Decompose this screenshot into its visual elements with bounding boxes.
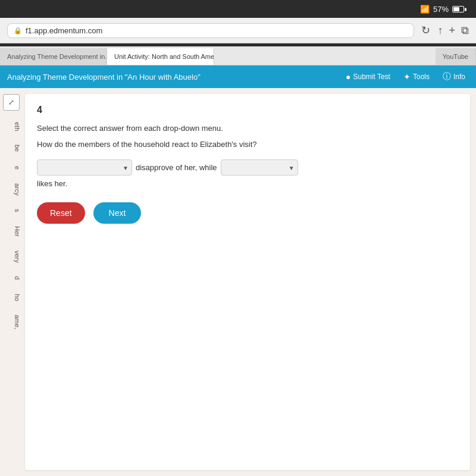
sidebar-text-s: s	[3, 206, 22, 215]
sidebar-text-ame: ame,	[3, 312, 22, 331]
question-panel: 4 Select the correct answer from each dr…	[25, 94, 470, 470]
question-text: How do the members of the household reac…	[37, 140, 458, 149]
info-button[interactable]: ⓘ Info	[439, 70, 469, 83]
sidebar-text-e: e	[3, 164, 22, 172]
sidebar-text-her: Her	[3, 224, 22, 239]
reset-button[interactable]: Reset	[37, 202, 85, 224]
dropdown-wrapper-1: ▼	[37, 159, 132, 176]
browser-chrome: 🔒 f1.app.edmentum.com ↻ ↑ + ⧉	[0, 18, 476, 43]
address-text: f1.app.edmentum.com	[26, 26, 102, 35]
new-tab-button[interactable]: +	[449, 24, 455, 37]
app-title: Analyzing Theme Development in "An Hour …	[7, 73, 336, 82]
sidebar-text-arcy: arcy	[3, 181, 22, 198]
content-area: ⤢ eth be e arcy s Her very d ho ame, 4 S…	[0, 88, 476, 476]
dropdown-row: ▼ disapprove of her, while ▼	[37, 159, 458, 176]
tabs-button[interactable]: ⧉	[461, 24, 469, 37]
lock-icon: 🔒	[14, 27, 22, 35]
sidebar-text-d: d	[3, 274, 22, 282]
reload-button[interactable]: ↻	[419, 23, 433, 38]
info-icon: ⓘ	[443, 71, 451, 82]
dropdown-select-1[interactable]	[37, 159, 132, 176]
left-sidebar: ⤢ eth be e arcy s Her very d ho ame,	[0, 88, 25, 476]
question-number: 4	[37, 105, 458, 115]
wifi-icon: 📶	[420, 5, 430, 14]
tools-button[interactable]: ✦ Tools	[400, 71, 433, 83]
battery-percentage: 57%	[433, 5, 449, 14]
dropdown-wrapper-2: ▼	[221, 159, 298, 176]
sidebar-text-very: very	[3, 248, 22, 265]
share-button[interactable]: ↑	[437, 24, 443, 37]
browser-tabs: Analyzing Theme Development in... Unit A…	[0, 46, 476, 65]
dropdown-select-2[interactable]	[221, 159, 298, 176]
question-instruction: Select the correct answer from each drop…	[37, 124, 458, 133]
submit-icon: ●	[346, 72, 350, 82]
battery-icon	[452, 6, 464, 12]
submit-test-button[interactable]: ● Submit Test	[342, 71, 394, 83]
status-bar: 📶 57%	[420, 5, 464, 14]
sidebar-text-be: be	[3, 142, 22, 154]
sidebar-text-ho: ho	[3, 292, 22, 303]
continuation-text: likes her.	[37, 179, 458, 188]
address-bar[interactable]: 🔒 f1.app.edmentum.com	[7, 23, 414, 38]
sidebar-text-eth: eth	[3, 120, 22, 133]
browser-actions: ↑ + ⧉	[437, 24, 469, 37]
tools-icon: ✦	[403, 72, 411, 82]
tab-analyzing-theme[interactable]: Analyzing Theme Development in...	[0, 48, 107, 65]
expand-button[interactable]: ⤢	[3, 94, 20, 111]
inline-text-disapprove: disapprove of her, while	[136, 163, 217, 172]
app-toolbar: Analyzing Theme Development in "An Hour …	[0, 65, 476, 88]
next-button[interactable]: Next	[93, 202, 142, 224]
tab-youtube[interactable]: YouTube	[436, 48, 476, 65]
tab-unit-activity[interactable]: Unit Activity: North and South America	[107, 48, 214, 65]
button-row: Reset Next	[37, 202, 458, 224]
